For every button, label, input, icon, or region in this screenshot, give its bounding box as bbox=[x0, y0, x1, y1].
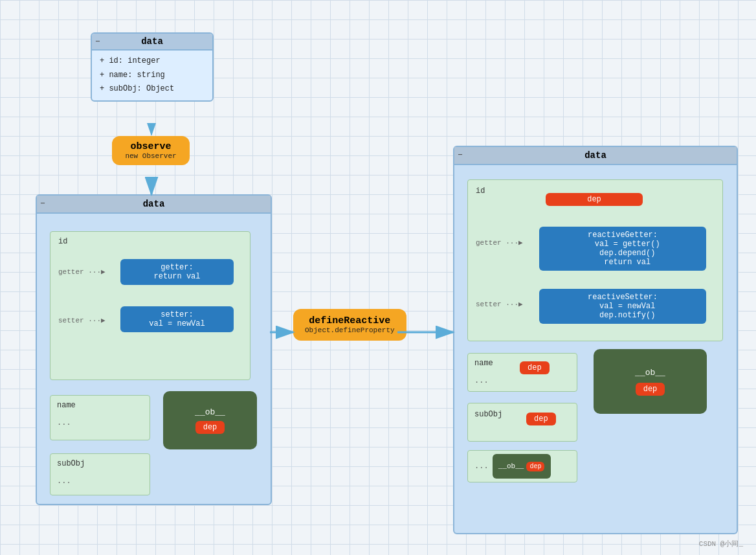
name-label: name bbox=[57, 401, 76, 410]
left-data-header: — data bbox=[37, 196, 271, 214]
ob-dep-label: dep bbox=[203, 423, 217, 432]
right-subobj-ob-box: __ob__ dep bbox=[493, 454, 551, 479]
ob-label: __ob__ bbox=[195, 407, 225, 417]
field-subobj: + subObj: Object bbox=[100, 82, 205, 96]
right-subobj-ob-dep: dep bbox=[526, 462, 544, 471]
right-subobj-ob-dep-label: dep bbox=[529, 463, 541, 470]
left-minimize-icon: — bbox=[41, 199, 45, 207]
field-name: + name: string bbox=[100, 69, 205, 83]
id-label: id bbox=[58, 237, 67, 246]
right-subobj-section: subObj dep bbox=[467, 403, 577, 442]
left-data-title: data bbox=[143, 199, 165, 209]
right-subobj-dots: ... bbox=[474, 462, 489, 471]
right-name-label: name bbox=[474, 359, 493, 368]
right-ob-box: __ob__ dep bbox=[594, 349, 707, 414]
right-id-label: id bbox=[476, 187, 485, 196]
watermark: CSDN @小间_ bbox=[699, 539, 743, 549]
observe-title: observe bbox=[122, 141, 179, 152]
right-id-dep-label: dep bbox=[587, 195, 601, 204]
right-subobj-ob-label: __ob__ bbox=[498, 462, 524, 470]
right-data-title: data bbox=[584, 150, 606, 161]
ob-dep-box: dep bbox=[195, 421, 225, 434]
right-id-dep: dep bbox=[546, 193, 643, 206]
setter-label: setter ···▶ bbox=[58, 316, 106, 324]
subobj-dots: ... bbox=[57, 477, 71, 486]
ob-box: __ob__ dep bbox=[163, 391, 257, 449]
right-subobj-label: subObj bbox=[474, 410, 502, 419]
right-subobj-dep: dep bbox=[526, 413, 556, 425]
name-dots: ... bbox=[57, 418, 71, 427]
right-ob-dep-label: dep bbox=[643, 385, 658, 394]
right-name-section: name ... dep bbox=[467, 353, 577, 392]
subobj-label: subObj bbox=[57, 459, 85, 468]
observe-box: observe new Observer bbox=[112, 136, 190, 165]
getter-label: getter ···▶ bbox=[58, 267, 106, 276]
observe-subtitle: new Observer bbox=[122, 152, 179, 160]
id-section: id getter ···▶ getter: return val setter… bbox=[50, 231, 250, 380]
right-data-header: — data bbox=[454, 147, 737, 165]
right-getter-blue-box: reactiveGetter: val = getter() dep.depen… bbox=[539, 227, 706, 271]
define-reactive-box: defineReactive Object.defineProperty bbox=[293, 309, 406, 341]
right-setter-blue-box: reactiveSetter: val = newVal dep.notify(… bbox=[539, 289, 706, 324]
right-ob-dep-box: dep bbox=[636, 383, 665, 396]
right-subobj-dep-label: dep bbox=[534, 414, 548, 424]
name-section: name ... bbox=[50, 395, 150, 440]
right-getter-label: getter ···▶ bbox=[476, 238, 523, 247]
subobj-section: subObj ... bbox=[50, 453, 150, 495]
minimize-icon: — bbox=[96, 38, 100, 45]
right-minimize-icon: — bbox=[458, 151, 462, 158]
right-id-section: id dep getter ···▶ reactiveGetter: val =… bbox=[467, 179, 723, 341]
define-reactive-title: defineReactive bbox=[305, 315, 395, 326]
top-data-header: — data bbox=[92, 34, 212, 51]
right-setter-label: setter ···▶ bbox=[476, 300, 523, 308]
left-data-box: — data id getter ···▶ getter: return val… bbox=[36, 194, 272, 505]
right-name-dep: dep bbox=[520, 361, 550, 374]
top-data-title: data bbox=[141, 36, 163, 47]
field-id: + id: integer bbox=[100, 54, 205, 69]
top-data-body: + id: integer + name: string + subObj: O… bbox=[92, 51, 212, 100]
right-subobj-ob-section: ... __ob__ dep bbox=[467, 450, 577, 482]
right-name-dots: ... bbox=[474, 376, 489, 385]
setter-blue-box: setter: val = newVal bbox=[120, 306, 234, 332]
right-data-box: — data id dep getter ···▶ reactiveGetter… bbox=[453, 146, 738, 534]
right-ob-label: __ob__ bbox=[635, 368, 665, 378]
getter-blue-box: getter: return val bbox=[120, 259, 234, 285]
top-data-box: — data + id: integer + name: string + su… bbox=[91, 32, 214, 102]
define-reactive-subtitle: Object.defineProperty bbox=[305, 326, 395, 334]
right-name-dep-label: dep bbox=[528, 363, 542, 372]
